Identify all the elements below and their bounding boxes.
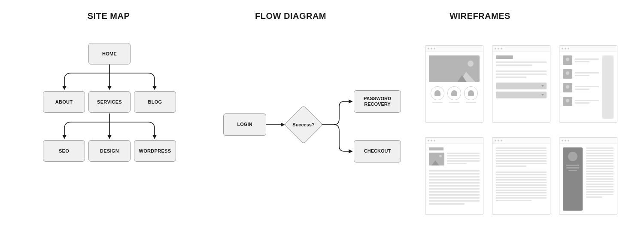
wireframe-titlebar xyxy=(559,46,617,52)
flow-node-login: LOGIN xyxy=(223,113,266,136)
dropdown-placeholder xyxy=(496,92,547,98)
wireframe-titlebar xyxy=(559,138,617,144)
thumbnail-placeholder xyxy=(429,153,444,165)
sitemap-node-wordpress: WORDPRESS xyxy=(134,140,176,162)
wireframe-3 xyxy=(559,45,617,123)
sitemap-connectors xyxy=(41,43,178,215)
flow-node-password-recovery: PASSWORD RECOVERY xyxy=(354,90,401,113)
wireframes-title: WIREFRAMES xyxy=(450,11,510,21)
avatar-row xyxy=(429,86,480,103)
flow-decision-label: Success? xyxy=(292,122,314,127)
wireframe-titlebar xyxy=(492,46,550,52)
page: SITE MAP FLOW DIAGRAM WIREFRAMES xyxy=(0,0,644,239)
wireframe-5 xyxy=(492,137,550,214)
flow-node-checkout: CHECKOUT xyxy=(354,140,401,162)
wireframe-4 xyxy=(425,137,483,214)
feature-sidebar xyxy=(563,147,583,211)
flow-title: FLOW DIAGRAM xyxy=(255,11,326,21)
wireframe-6 xyxy=(559,137,617,214)
sitemap-diagram: HOME ABOUT SERVICES BLOG SEO DESIGN WORD… xyxy=(41,43,178,215)
sidebar-placeholder xyxy=(602,55,614,119)
flow-decision-success: Success? xyxy=(285,106,322,143)
flow-diagram: LOGIN Success? PASSWORD RECOVERY CHECKOU… xyxy=(223,86,404,198)
wireframe-titlebar xyxy=(425,46,483,52)
sitemap-node-design: DESIGN xyxy=(88,140,131,162)
dropdown-placeholder xyxy=(496,83,547,89)
sitemap-node-blog: BLOG xyxy=(134,91,176,113)
sitemap-title: SITE MAP xyxy=(88,11,130,21)
sitemap-node-services: SERVICES xyxy=(88,91,131,113)
sitemap-node-home: HOME xyxy=(88,43,131,64)
hero-image-placeholder xyxy=(429,55,480,82)
wireframe-2 xyxy=(492,45,550,123)
sitemap-node-about: ABOUT xyxy=(43,91,85,113)
wireframe-titlebar xyxy=(492,138,550,144)
wireframe-1 xyxy=(425,45,483,123)
wireframe-titlebar xyxy=(425,138,483,144)
sitemap-node-seo: SEO xyxy=(43,140,85,162)
wireframes-grid xyxy=(425,45,618,214)
